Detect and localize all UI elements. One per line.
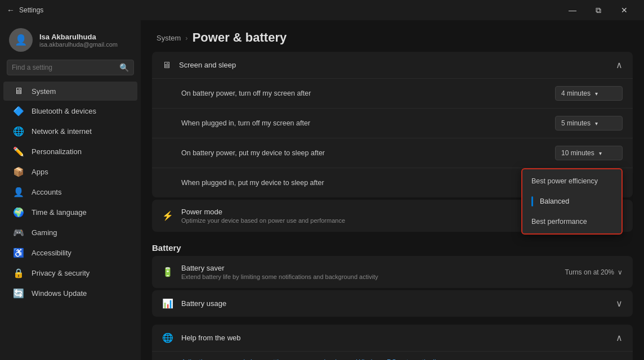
bluetooth-icon: 🔷 [12, 106, 25, 116]
sleep-plugged-label: When plugged in, put my device to sleep … [181, 179, 324, 187]
sidebar-item-bluetooth[interactable]: 🔷 Bluetooth & devices [3, 101, 137, 121]
turns-on-badge: Turns on at 20% ∨ [565, 268, 623, 276]
search-icon: 🔍 [119, 63, 129, 72]
screen-icon: 🖥 [162, 60, 171, 70]
accessibility-icon: ♿ [12, 248, 25, 258]
sidebar-item-label: Privacy & security [32, 269, 90, 277]
sidebar-item-accounts[interactable]: 👤 Accounts [3, 182, 137, 202]
apps-icon: 📦 [12, 166, 25, 177]
balanced-option[interactable]: Balanced [522, 191, 621, 212]
sidebar-item-label: Apps [32, 168, 48, 176]
battery-saver-text: Battery saver Extend battery life by lim… [181, 264, 378, 280]
help-icon: 🌐 [162, 332, 173, 343]
titlebar: ← Settings — ⧉ ✕ [0, 0, 644, 20]
battery-saver-icon: 🔋 [162, 267, 173, 277]
sidebar-item-apps[interactable]: 📦 Apps [3, 162, 137, 182]
sidebar-item-update[interactable]: 🔄 Windows Update [3, 284, 137, 303]
search-input[interactable] [12, 64, 115, 71]
screen-plugged-row: When plugged in, turn off my screen afte… [152, 108, 633, 138]
chevron-down-icon: ▾ [599, 150, 602, 156]
screen-battery-value: 4 minutes [561, 89, 591, 97]
back-icon[interactable]: ← [7, 6, 15, 15]
sidebar-nav: 🖥 System 🔷 Bluetooth & devices 🌐 Network… [0, 81, 141, 304]
battery-saver-header[interactable]: 🔋 Battery saver Extend battery life by l… [152, 256, 633, 288]
content-area: System › Power & battery 🖥 Screen and sl… [141, 20, 644, 360]
screen-plugged-value: 5 minutes [561, 119, 591, 127]
system-icon: 🖥 [12, 86, 25, 96]
help-section: 🌐 Help from the web ∧ Adjusting power an… [152, 325, 633, 360]
user-email: isa.akbarulhuda@gmail.com [39, 41, 118, 48]
close-button[interactable]: ✕ [611, 0, 637, 20]
sidebar-item-label: Time & language [32, 208, 87, 217]
chevron-down-icon: ▾ [595, 120, 598, 127]
performance-label: Best performance [531, 218, 587, 226]
sidebar-item-label: Bluetooth & devices [32, 107, 96, 115]
breadcrumb-parent: System [156, 34, 181, 42]
sidebar-item-label: Gaming [32, 228, 57, 237]
user-info: Isa Akbarulhuda isa.akbarulhuda@gmail.co… [39, 33, 118, 48]
battery-usage-header-left: 📊 Battery usage [162, 298, 226, 309]
screen-sleep-header-left: 🖥 Screen and sleep [162, 60, 236, 70]
sidebar-item-time[interactable]: 🌍 Time & language [3, 202, 137, 222]
battery-usage-chevron: ∨ [616, 298, 623, 309]
sidebar-item-personalization[interactable]: ✏️ Personalization [3, 142, 137, 161]
privacy-icon: 🔒 [12, 268, 25, 278]
search-box[interactable]: 🔍 [7, 60, 134, 75]
performance-option[interactable]: Best performance [522, 212, 621, 231]
user-name: Isa Akbarulhuda [39, 33, 118, 41]
power-mode-title: Power mode [181, 208, 345, 216]
sleep-battery-dropdown[interactable]: 10 minutes ▾ [555, 146, 623, 160]
chevron-down-icon: ▾ [595, 91, 598, 97]
screen-sleep-chevron: ∧ [616, 60, 623, 70]
sidebar-item-label: Network & internet [32, 127, 92, 136]
power-mode-popup: Best power efficiency Balanced Best perf… [521, 168, 623, 235]
power-efficiency-option[interactable]: Best power efficiency [522, 172, 621, 191]
sleep-battery-row: On battery power, put my device to sleep… [152, 138, 633, 168]
sidebar-item-network[interactable]: 🌐 Network & internet [3, 122, 137, 141]
screen-plugged-dropdown[interactable]: 5 minutes ▾ [555, 116, 623, 130]
balanced-label: Balanced [540, 197, 569, 205]
help-header[interactable]: 🌐 Help from the web ∧ [152, 325, 633, 351]
chevron-down-icon: ∨ [618, 268, 623, 276]
screen-battery-dropdown[interactable]: 4 minutes ▾ [555, 86, 623, 101]
battery-saver-section: 🔋 Battery saver Extend battery life by l… [152, 256, 633, 288]
sidebar-item-gaming[interactable]: 🎮 Gaming [3, 223, 137, 242]
battery-saver-title: Battery saver [181, 264, 378, 272]
accounts-icon: 👤 [12, 187, 25, 197]
screen-plugged-label: When plugged in, turn off my screen afte… [181, 119, 310, 127]
avatar: 👤 [9, 28, 33, 52]
sidebar-item-label: System [32, 87, 56, 96]
sidebar-item-label: Windows Update [32, 289, 87, 298]
sidebar-item-label: Accessibility [32, 249, 71, 257]
selected-indicator [531, 196, 533, 206]
restore-button[interactable]: ⧉ [585, 0, 611, 20]
sidebar-item-label: Accounts [32, 188, 61, 196]
sleep-battery-value: 10 minutes [561, 149, 594, 157]
update-icon: 🔄 [12, 288, 25, 299]
help-links: Adjusting power and sleep settings Lock … [152, 351, 633, 360]
sidebar-item-accessibility[interactable]: ♿ Accessibility [3, 243, 137, 263]
sidebar-item-label: Personalization [32, 147, 82, 156]
power-mode-text: Power mode Optimize your device based on… [181, 208, 345, 224]
sleep-plugged-row: When plugged in, put my device to sleep … [152, 168, 633, 197]
power-icon: ⚡ [162, 210, 173, 221]
breadcrumb: System › Power & battery [141, 20, 644, 52]
screen-sleep-header[interactable]: 🖥 Screen and sleep ∧ [152, 52, 633, 78]
battery-saver-header-left: 🔋 Battery saver Extend battery life by l… [162, 264, 378, 280]
screen-sleep-title: Screen and sleep [179, 61, 236, 69]
time-icon: 🌍 [12, 207, 25, 218]
titlebar-controls: — ⧉ ✕ [560, 0, 637, 20]
minimize-button[interactable]: — [560, 0, 585, 20]
sidebar-item-system[interactable]: 🖥 System [3, 82, 137, 101]
sleep-battery-label: On battery power, put my device to sleep… [181, 149, 325, 157]
battery-usage-section: 📊 Battery usage ∨ [152, 290, 633, 317]
breadcrumb-sep: › [185, 34, 187, 42]
battery-usage-title: Battery usage [181, 299, 226, 308]
turns-on-value: Turns on at 20% [565, 268, 614, 276]
power-mode-subtitle: Optimize your device based on power use … [181, 217, 345, 224]
sidebar-item-privacy[interactable]: 🔒 Privacy & security [3, 263, 137, 283]
screen-sleep-section: 🖥 Screen and sleep ∧ On battery power, t… [152, 52, 633, 197]
personalization-icon: ✏️ [12, 146, 25, 157]
battery-usage-header[interactable]: 📊 Battery usage ∨ [152, 290, 633, 317]
titlebar-title: Settings [19, 6, 43, 14]
